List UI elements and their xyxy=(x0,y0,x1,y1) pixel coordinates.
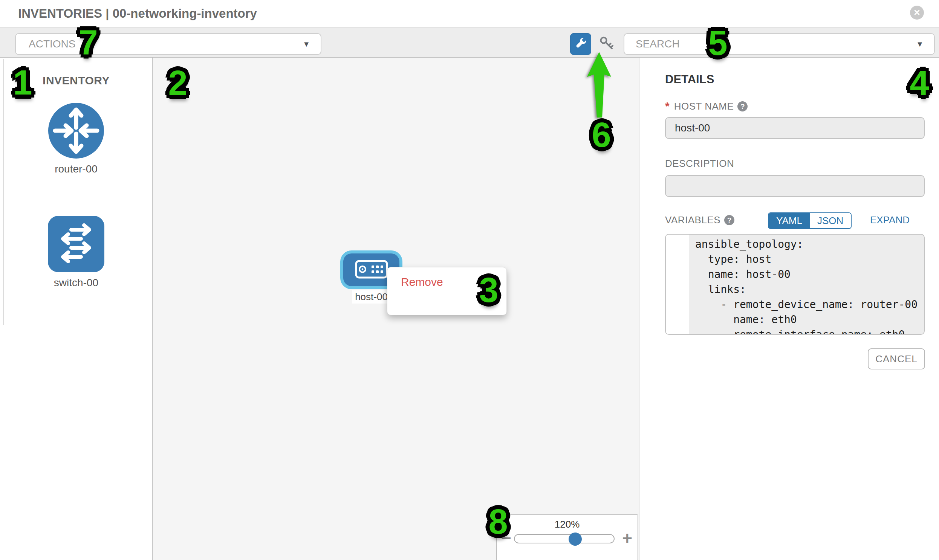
toolbar-key-button[interactable] xyxy=(598,36,615,52)
inventory-sidebar: INVENTORY router-00 xyxy=(0,58,153,560)
toolbar: ACTIONS ▼ xyxy=(0,27,939,58)
code-line: 5 - remote_device_name: router-00 xyxy=(666,297,924,312)
host-icon xyxy=(355,260,388,280)
annotation-6: 6 xyxy=(592,115,611,155)
zoom-in-button[interactable]: + xyxy=(622,528,632,549)
tab-yaml[interactable]: YAML xyxy=(769,213,810,228)
host-name-input[interactable] xyxy=(665,117,925,139)
search-dropdown[interactable]: SEARCH ▼ xyxy=(624,33,935,55)
actions-dropdown-label: ACTIONS xyxy=(29,34,76,54)
switch-icon xyxy=(48,216,104,272)
annotation-7: 7 xyxy=(79,23,97,62)
annotation-arrow-up-icon xyxy=(586,51,613,118)
chevron-down-icon: ▼ xyxy=(916,34,924,54)
zoom-slider-thumb[interactable] xyxy=(569,532,582,546)
wrench-icon xyxy=(574,36,588,52)
router-icon xyxy=(48,103,104,158)
page-title: INVENTORIES | 00-networking-inventory xyxy=(18,0,257,27)
annotation-8: 8 xyxy=(488,502,507,542)
annotation-1: 1 xyxy=(13,63,32,102)
code-line: 6 name: eth0 xyxy=(666,312,924,327)
zoom-slider[interactable] xyxy=(514,534,615,543)
description-label-row: DESCRIPTION xyxy=(665,158,734,169)
code-line: 1 ansible_topology: xyxy=(666,237,924,252)
inventory-topology-app: INVENTORIES | 00-networking-inventory ✕ … xyxy=(0,0,939,560)
host-name-label-row: * HOST NAME ? xyxy=(665,100,748,112)
help-icon[interactable]: ? xyxy=(737,101,748,111)
palette-item-label: router-00 xyxy=(0,163,152,175)
annotation-5: 5 xyxy=(708,23,727,63)
variables-row: VARIABLES ? YAML JSON EXPAND xyxy=(665,214,925,226)
annotation-4: 4 xyxy=(910,63,929,103)
actions-dropdown[interactable]: ACTIONS ▼ xyxy=(15,33,321,55)
expand-link[interactable]: EXPAND xyxy=(870,214,910,226)
description-label: DESCRIPTION xyxy=(665,158,734,169)
topology-canvas[interactable]: host-00 Details Remove 120% − + xyxy=(153,58,639,560)
close-icon[interactable]: ✕ xyxy=(910,6,924,20)
zoom-control: 120% − + xyxy=(496,514,638,560)
description-input[interactable] xyxy=(665,175,925,197)
palette-item-router[interactable]: router-00 xyxy=(0,103,152,175)
code-gutter xyxy=(666,235,690,334)
variables-format-toggle: YAML JSON xyxy=(768,212,851,229)
annotation-2: 2 xyxy=(168,63,187,103)
header: INVENTORIES | 00-networking-inventory ✕ xyxy=(0,0,939,27)
code-line: 7 remote_interface_name: eth0 xyxy=(666,327,924,335)
annotation-3: 3 xyxy=(479,271,498,310)
code-line: 4 links: xyxy=(666,282,924,297)
required-asterisk: * xyxy=(665,100,669,112)
palette-item-switch[interactable]: switch-00 xyxy=(0,216,152,289)
zoom-level-readout: 120% xyxy=(496,518,638,530)
palette-item-label: switch-00 xyxy=(0,277,152,289)
search-dropdown-label: SEARCH xyxy=(636,34,680,54)
code-line: 2 type: host xyxy=(666,252,924,267)
cancel-button[interactable]: CANCEL xyxy=(868,348,925,369)
variables-label: VARIABLES xyxy=(665,214,720,226)
details-title: DETAILS xyxy=(665,73,714,86)
key-icon xyxy=(598,35,615,53)
host-name-label: HOST NAME xyxy=(674,100,734,112)
details-panel: DETAILS * HOST NAME ? DESCRIPTION VARIAB… xyxy=(639,58,939,560)
tab-json[interactable]: JSON xyxy=(810,213,851,228)
variables-code-editor[interactable]: 1 ansible_topology: 2 type: host 3 name:… xyxy=(665,234,925,335)
code-line: 3 name: host-00 xyxy=(666,267,924,282)
chevron-down-icon: ▼ xyxy=(302,34,310,54)
help-icon[interactable]: ? xyxy=(724,215,734,225)
